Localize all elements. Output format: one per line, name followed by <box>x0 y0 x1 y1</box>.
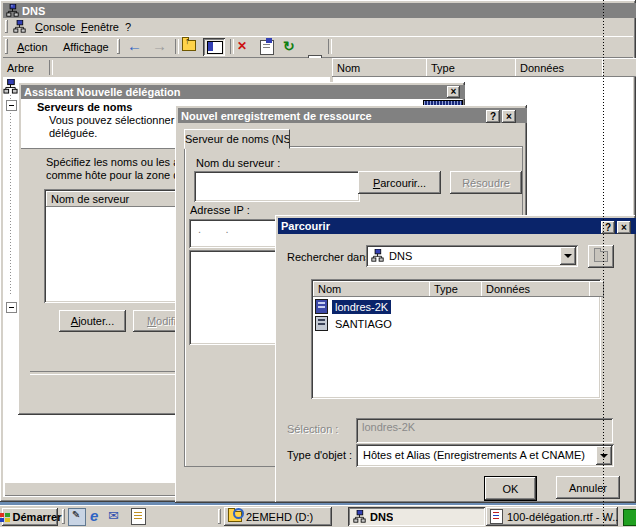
chevron-down-icon <box>600 454 608 462</box>
menu-help[interactable]: ? <box>125 21 131 33</box>
task-button-2emehd[interactable]: 2EMEHD (D:) <box>224 507 332 526</box>
mail-icon[interactable]: ✉ <box>108 508 119 523</box>
pen-glyph: ✎ <box>72 509 80 520</box>
server-icon <box>315 299 328 314</box>
task-button-label: 100-délégation.rtf - W.. <box>507 511 618 523</box>
browse-results-list[interactable]: Nom Type Données londres-2K SANTIAGO <box>311 279 601 399</box>
server-icon <box>315 316 328 331</box>
tree-header: Arbre <box>7 62 34 74</box>
record-dialog-titlebar[interactable]: Nouvel enregistrement de ressource <box>178 108 527 123</box>
search-in-combo[interactable]: DNS <box>366 245 578 267</box>
wizard-intro-line2: déléguée. <box>49 127 97 139</box>
task-button-wordpad[interactable]: 100-délégation.rtf - W.. <box>486 507 618 526</box>
column-header-donnees[interactable]: Données <box>481 281 594 297</box>
resolve-button[interactable]: Résoudre <box>450 171 522 194</box>
list-item[interactable]: londres-2K <box>315 299 391 314</box>
sheet-line <box>134 512 142 513</box>
sheet-line <box>263 44 270 45</box>
up-arrow-glyph: ↑ <box>185 36 190 46</box>
menu-action[interactable]: Action <box>17 41 48 53</box>
menubar-drag-handle[interactable] <box>5 20 8 33</box>
menubar: Console Fenêtre ? <box>3 18 633 37</box>
up-one-level-button[interactable] <box>588 245 614 268</box>
refresh-icon[interactable]: ↻ <box>283 38 295 54</box>
wizard-body-line1: Spécifiez les noms ou les a <box>46 156 179 168</box>
console-titlebar[interactable]: DNS <box>3 3 636 18</box>
document-icon[interactable] <box>131 508 146 525</box>
column-header-donnees[interactable]: Données <box>515 58 607 77</box>
toolbar-drag-handle[interactable] <box>5 39 8 54</box>
taskbar: Démarrer ✎ e ✉ 2EMEHD (D:) DNS <box>0 505 636 527</box>
tab-serveur-de-noms[interactable]: Serveur de noms (NS) <box>184 129 290 149</box>
sheet-line <box>493 515 499 516</box>
selection-field: londres-2K <box>356 418 613 443</box>
column-header-nom[interactable]: Nom <box>332 58 431 77</box>
combo-dropdown-button[interactable] <box>596 446 612 465</box>
explorer-icon <box>228 511 242 522</box>
show-tree-toggle[interactable] <box>203 38 225 56</box>
column-header-filler <box>589 281 604 297</box>
column-header-type[interactable]: Type <box>426 58 520 77</box>
menu-fenetre[interactable]: Fenêtre <box>81 21 119 33</box>
properties-icon[interactable] <box>260 40 274 55</box>
browse-dialog-titlebar[interactable]: Parcourir <box>278 218 636 234</box>
resolve-button-label: Résoudre <box>462 177 510 189</box>
forward-icon[interactable]: → <box>152 37 167 54</box>
column-header-type[interactable]: Type <box>429 281 486 297</box>
search-in-value: DNS <box>389 250 412 262</box>
tree-pane-icon <box>207 41 223 54</box>
header-row: Arbre Nom Type Données <box>3 58 633 77</box>
cancel-button[interactable]: Annuler <box>556 476 620 499</box>
close-icon[interactable]: × <box>502 110 516 123</box>
sheet-line <box>493 518 499 519</box>
column-header-filler <box>602 58 636 77</box>
task-button-dns[interactable]: DNS <box>348 507 485 526</box>
collapse-icon[interactable] <box>6 302 17 313</box>
browse-button[interactable]: Parcourir... <box>358 171 441 194</box>
dns-icon <box>353 510 366 523</box>
wizard-intro-line1: Vous pouvez sélectionner u <box>49 114 184 126</box>
ok-button[interactable]: OK <box>484 476 537 501</box>
taskbar-drag-handle[interactable] <box>62 509 65 524</box>
add-button[interactable]: Ajouter... <box>59 310 126 332</box>
task-button-label: DNS <box>370 511 393 523</box>
wizard-heading: Serveurs de noms <box>37 101 132 113</box>
show-desktop-icon[interactable]: ✎ <box>68 508 86 526</box>
taskbar-drag-handle[interactable] <box>218 509 221 524</box>
collapse-icon[interactable] <box>6 100 17 111</box>
up-one-level-icon[interactable]: ↑ <box>182 40 196 51</box>
sheet-line <box>134 515 142 516</box>
delete-icon[interactable]: ✕ <box>237 39 247 53</box>
sheet-line <box>263 47 270 48</box>
sheet-line <box>493 512 499 513</box>
object-type-combo[interactable]: Hôtes et Alias (Enregistrements A et CNA… <box>356 444 614 467</box>
browse-dialog-title: Parcourir <box>281 220 330 232</box>
back-icon[interactable]: ← <box>127 37 142 54</box>
dialog-help-icon[interactable]: ? <box>486 110 500 123</box>
server-name-input[interactable] <box>194 171 360 202</box>
add-button-label: Ajouter... <box>71 315 114 327</box>
object-type-value: Hôtes et Alias (Enregistrements A et CNA… <box>363 449 588 461</box>
menu-affichage[interactable]: Affichage <box>63 41 109 53</box>
list-item[interactable]: SANTIAGO <box>315 316 395 331</box>
combo-dropdown-button[interactable] <box>560 247 576 265</box>
wizard-titlebar[interactable]: Assistant Nouvelle délégation <box>21 85 465 99</box>
menu-console[interactable]: Console <box>35 21 75 33</box>
sheet-corner <box>266 38 272 43</box>
toolbar-drag-handle[interactable] <box>117 39 120 54</box>
internet-explorer-icon[interactable]: e <box>90 507 98 524</box>
list-item-label: SANTIAGO <box>332 317 395 331</box>
tab-label: Serveur de noms (NS) <box>185 133 289 145</box>
task-button-partial[interactable] <box>623 509 636 526</box>
close-icon[interactable]: × <box>447 86 460 98</box>
toolbar: Action Affichage ← → ↑ ✕ ↻ <box>3 37 633 58</box>
wizard-title: Assistant Nouvelle délégation <box>24 86 180 98</box>
list-item-label: londres-2K <box>332 300 391 314</box>
tree-header-divider <box>49 60 53 75</box>
record-dialog-title: Nouvel enregistrement de ressource <box>181 110 372 122</box>
column-header-nom[interactable]: Nom <box>313 281 434 297</box>
search-in-label: Rechercher dans : <box>287 251 377 263</box>
tree-root-dns-icon[interactable] <box>3 79 18 94</box>
start-button[interactable]: Démarrer <box>2 508 58 526</box>
close-icon[interactable]: × <box>617 221 631 234</box>
